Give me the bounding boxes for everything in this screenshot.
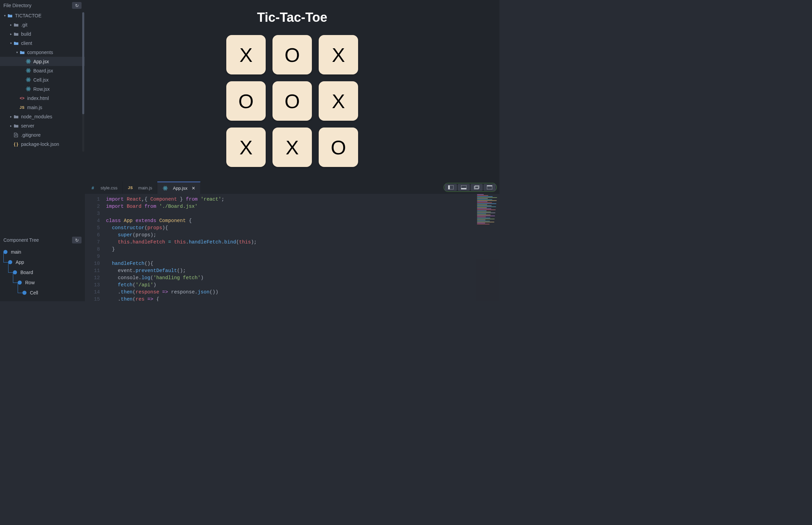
file-directory-header: File Directory ↻ bbox=[0, 0, 85, 11]
component-tree-node-icon bbox=[22, 291, 27, 295]
component-tree-node-icon bbox=[13, 270, 17, 274]
code-line: this.handleFetch = this.handleFetch.bind… bbox=[106, 239, 499, 246]
tree-arrow-icon: ▸ bbox=[9, 124, 13, 127]
folder-icon bbox=[13, 32, 19, 36]
file-tree-item[interactable]: ▾components bbox=[0, 48, 85, 57]
close-icon[interactable]: ✕ bbox=[192, 186, 196, 191]
file-tree-item-label: package-lock.json bbox=[21, 141, 59, 147]
code-content[interactable]: import React,{ Component } from 'react';… bbox=[104, 194, 499, 301]
file-tree-item[interactable]: ▾TICTACTOE bbox=[0, 11, 85, 20]
file-tree-item-label: index.html bbox=[27, 95, 49, 101]
layout-single-button[interactable] bbox=[483, 184, 496, 191]
code-line: fetch('/api') bbox=[106, 282, 499, 289]
editor-tabbar: #style.cssJSmain.jsApp.jsx✕ bbox=[85, 182, 499, 194]
line-number-gutter: 123456789101112131415 bbox=[85, 194, 104, 301]
svg-rect-21 bbox=[448, 185, 450, 190]
line-number: 10 bbox=[85, 260, 100, 267]
file-tree-item[interactable]: ▾client bbox=[0, 39, 85, 48]
file-tree-item[interactable]: Row.jsx bbox=[0, 84, 85, 93]
react-icon bbox=[25, 68, 31, 73]
editor-tab[interactable]: #style.css bbox=[85, 182, 123, 194]
component-tree-item-label: Row bbox=[25, 280, 35, 285]
component-tree-item[interactable]: Cell bbox=[3, 288, 85, 298]
js-icon: JS bbox=[19, 105, 25, 109]
component-tree-header: Component Tree ↻ bbox=[0, 235, 85, 245]
game-cell[interactable]: X bbox=[226, 127, 266, 167]
game-cell[interactable]: X bbox=[226, 35, 266, 74]
game-cell[interactable]: O bbox=[319, 127, 358, 167]
game-cell[interactable]: X bbox=[272, 127, 312, 167]
layout-panel-left-button[interactable] bbox=[445, 184, 457, 191]
tree-arrow-icon: ▾ bbox=[9, 42, 13, 45]
tree-arrow-icon: ▾ bbox=[15, 51, 19, 54]
svg-rect-27 bbox=[487, 185, 492, 186]
code-line: super(props); bbox=[106, 231, 499, 239]
file-tree-item[interactable]: JSmain.js bbox=[0, 103, 85, 112]
folder-icon bbox=[13, 23, 19, 27]
code-line: handleFetch(){ bbox=[106, 260, 499, 267]
json-icon: { } bbox=[13, 142, 19, 147]
game-cell[interactable]: O bbox=[226, 81, 266, 121]
file-tree-item-label: App.jsx bbox=[33, 59, 49, 64]
file-tree-item[interactable]: App.jsx bbox=[0, 57, 85, 66]
code-line: } bbox=[106, 246, 499, 253]
file-tree-item-label: build bbox=[21, 31, 31, 37]
code-line: .then(res => { bbox=[106, 296, 499, 301]
editor-tab-label: main.js bbox=[138, 185, 152, 191]
layout-controls bbox=[444, 183, 497, 192]
file-tree-item[interactable]: Cell.jsx bbox=[0, 75, 85, 84]
file-tree-item[interactable]: Board.jsx bbox=[0, 66, 85, 75]
file-tree-item-label: .gitignore bbox=[21, 132, 41, 138]
editor-tab-label: App.jsx bbox=[173, 186, 188, 191]
file-tree-item[interactable]: <>index.html bbox=[0, 93, 85, 103]
line-number: 1 bbox=[85, 196, 100, 203]
refresh-component-tree-button[interactable]: ↻ bbox=[72, 237, 81, 243]
line-number: 3 bbox=[85, 210, 100, 217]
line-number: 13 bbox=[85, 282, 100, 289]
file-tree-item-label: Cell.jsx bbox=[33, 77, 49, 82]
component-tree-item[interactable]: Board bbox=[3, 267, 85, 278]
component-tree-item[interactable]: main bbox=[3, 247, 85, 257]
file-tree-item[interactable]: ▸.git bbox=[0, 20, 85, 29]
component-tree-item[interactable]: App bbox=[3, 257, 85, 267]
main-area: Tic-Tac-Toe XOXOOXXXO #style.cssJSmain.j… bbox=[85, 0, 499, 301]
file-tree-item[interactable]: ▸build bbox=[0, 29, 85, 39]
folder-icon bbox=[13, 124, 19, 128]
game-title: Tic-Tac-Toe bbox=[257, 10, 328, 25]
game-cell[interactable]: X bbox=[319, 81, 358, 121]
layout-panel-bottom-button[interactable] bbox=[458, 184, 470, 191]
file-tree-item-label: client bbox=[21, 41, 32, 46]
line-number: 8 bbox=[85, 246, 100, 253]
svg-rect-23 bbox=[461, 188, 467, 190]
editor-body[interactable]: 123456789101112131415 import React,{ Com… bbox=[85, 194, 499, 301]
file-tree-item[interactable]: ▸node_modules bbox=[0, 112, 85, 121]
layout-stacked-button[interactable] bbox=[471, 184, 483, 191]
refresh-file-directory-button[interactable]: ↻ bbox=[72, 2, 81, 9]
folder-open-icon bbox=[7, 14, 13, 18]
tree-arrow-icon: ▸ bbox=[9, 115, 13, 118]
line-number: 11 bbox=[85, 267, 100, 274]
editor-tab[interactable]: App.jsx✕ bbox=[157, 182, 201, 194]
component-tree-item[interactable]: Row bbox=[3, 278, 85, 288]
file-tree-item-label: node_modules bbox=[21, 114, 52, 119]
game-board: XOXOOXXXO bbox=[226, 35, 358, 167]
game-cell[interactable]: O bbox=[272, 35, 312, 74]
editor-area: #style.cssJSmain.jsApp.jsx✕ 123456789101… bbox=[85, 182, 499, 301]
file-tree-item[interactable]: ▸server bbox=[0, 121, 85, 130]
game-cell[interactable]: X bbox=[319, 35, 358, 74]
line-number: 7 bbox=[85, 239, 100, 246]
react-icon bbox=[162, 186, 168, 191]
editor-tab[interactable]: JSmain.js bbox=[123, 182, 157, 194]
file-icon bbox=[13, 133, 19, 137]
code-line bbox=[106, 210, 499, 217]
file-tree-item[interactable]: { }package-lock.json bbox=[0, 139, 85, 149]
code-line: constructor(props){ bbox=[106, 224, 499, 231]
code-line: import React,{ Component } from 'react'; bbox=[106, 196, 499, 203]
file-tree-item[interactable]: .gitignore bbox=[0, 130, 85, 139]
file-tree-scrollbar-thumb[interactable] bbox=[82, 12, 84, 114]
line-number: 12 bbox=[85, 274, 100, 282]
code-line: class App extends Component { bbox=[106, 217, 499, 224]
tree-arrow-icon: ▸ bbox=[9, 23, 13, 27]
folder-open-icon bbox=[19, 50, 25, 55]
game-cell[interactable]: O bbox=[272, 81, 312, 121]
